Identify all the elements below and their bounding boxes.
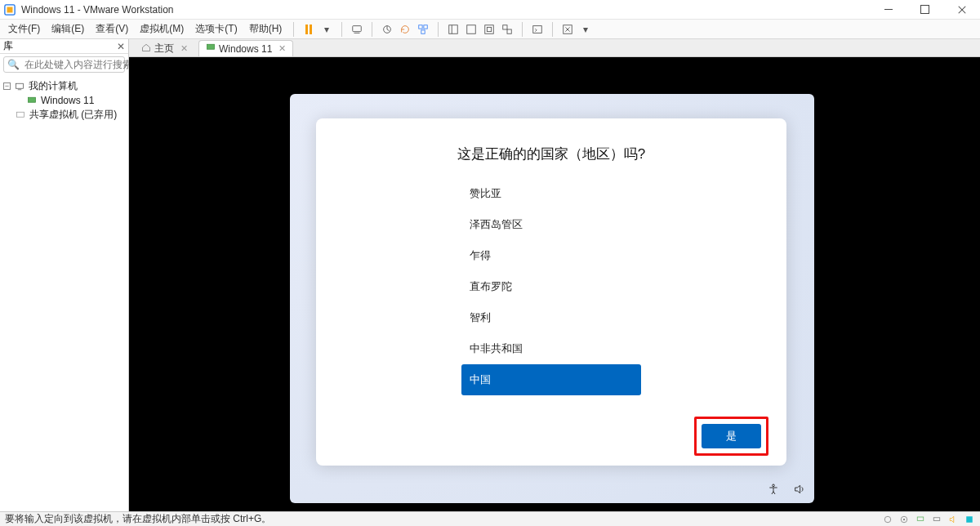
svg-rect-26 (966, 516, 973, 523)
tree-shared-label: 共享虚拟机 (已弃用) (29, 108, 117, 122)
library-sidebar: 库 ✕ 🔍 ▾ − 我的计算机 Windows 11 共享虚拟机 (已弃用) (0, 39, 129, 511)
svg-rect-14 (533, 25, 542, 33)
tree-root[interactable]: − 我的计算机 (3, 78, 125, 94)
tab-home[interactable]: 主页 ✕ (134, 40, 195, 56)
home-icon (141, 42, 151, 55)
snapshot-manager-icon[interactable] (415, 21, 431, 38)
menu-view[interactable]: 查看(V) (91, 20, 133, 38)
tab-vm-windows11[interactable]: Windows 11 ✕ (198, 40, 293, 56)
vm-console[interactable]: 这是正确的的国家（地区）吗? 赞比亚 泽西岛管区 乍得 直布罗陀 智利 中非共和… (129, 57, 980, 511)
menu-file[interactable]: 文件(F) (3, 20, 45, 38)
svg-rect-19 (207, 44, 215, 49)
tab-vm-close-icon[interactable]: ✕ (278, 43, 286, 54)
oobe-background: 这是正确的的国家（地区）吗? 赞比亚 泽西岛管区 乍得 直布罗陀 智利 中非共和… (290, 94, 814, 503)
app-icon (0, 4, 20, 16)
volume-icon[interactable] (793, 483, 806, 498)
library-close-icon[interactable]: ✕ (117, 41, 125, 52)
console-icon[interactable] (529, 21, 546, 38)
toolbar-separator (341, 22, 342, 37)
search-icon: 🔍 (7, 59, 20, 70)
svg-rect-12 (503, 25, 507, 29)
svg-rect-2 (353, 25, 362, 31)
tabs-bar: 主页 ✕ Windows 11 ✕ (129, 39, 980, 57)
oobe-country-item[interactable]: 泽西岛管区 (461, 209, 641, 240)
pause-vm-icon[interactable] (301, 21, 317, 38)
svg-rect-1 (7, 7, 13, 12)
status-disk-icon[interactable] (882, 514, 893, 525)
window-title: Windows 11 - VMware Workstation (20, 4, 870, 16)
oobe-confirm-button[interactable]: 是 (702, 424, 761, 448)
svg-rect-24 (917, 517, 924, 521)
svg-rect-7 (449, 25, 458, 33)
status-printer-icon[interactable] (964, 514, 975, 525)
oobe-country-item[interactable]: 中非共和国 (461, 333, 641, 364)
send-ctrl-alt-del-icon[interactable] (349, 21, 365, 38)
menu-vm[interactable]: 虚拟机(M) (135, 20, 189, 38)
svg-point-21 (884, 516, 891, 523)
status-bar: 要将输入定向到该虚拟机，请在虚拟机内部单击或按 Ctrl+G。 (0, 511, 980, 526)
menu-toolbar: 文件(F) 编辑(E) 查看(V) 虚拟机(M) 选项卡(T) 帮助(H) ▾ … (0, 20, 980, 39)
svg-rect-18 (17, 112, 24, 117)
oobe-country-item[interactable]: 乍得 (461, 240, 641, 271)
oobe-country-item[interactable]: 赞比亚 (461, 178, 641, 209)
status-tray (882, 514, 975, 525)
tab-home-label: 主页 (154, 42, 174, 56)
toolbar-separator (438, 22, 439, 37)
oobe-title: 这是正确的的国家（地区）吗? (316, 145, 786, 163)
toolbar-separator (552, 22, 553, 37)
library-title: 库 (3, 39, 13, 53)
tree-shared-vms[interactable]: 共享虚拟机 (已弃用) (3, 107, 125, 123)
oobe-confirm-highlight: 是 (694, 417, 768, 456)
svg-rect-25 (933, 517, 940, 520)
status-sound-icon[interactable] (947, 514, 959, 525)
oobe-country-list: 赞比亚 泽西岛管区 乍得 直布罗陀 智利 中非共和国 中国 (316, 170, 786, 412)
shared-vm-icon (15, 110, 26, 120)
library-search[interactable]: 🔍 ▾ (3, 56, 125, 73)
svg-rect-13 (507, 29, 511, 33)
computer-icon (14, 82, 25, 91)
toolbar-separator (293, 22, 294, 37)
svg-rect-4 (419, 25, 422, 28)
status-text: 要将输入定向到该虚拟机，请在虚拟机内部单击或按 Ctrl+G。 (5, 512, 271, 526)
oobe-country-item[interactable]: 直布罗陀 (461, 271, 641, 302)
window-close-button[interactable] (943, 0, 980, 20)
menu-edit[interactable]: 编辑(E) (47, 20, 89, 38)
svg-rect-17 (29, 97, 36, 102)
library-header: 库 ✕ (0, 39, 128, 54)
accessibility-icon[interactable] (767, 483, 780, 498)
tree-vm-label: Windows 11 (41, 95, 94, 106)
pause-dropdown-icon[interactable]: ▾ (318, 21, 335, 38)
oobe-tray (767, 483, 806, 498)
tree-collapse-icon[interactable]: − (3, 82, 11, 90)
toolbar-separator (372, 22, 372, 37)
svg-rect-11 (488, 27, 492, 31)
tab-vm-label: Windows 11 (219, 43, 272, 55)
tree-vm-windows11[interactable]: Windows 11 (3, 94, 125, 107)
tab-home-close-icon[interactable]: ✕ (180, 43, 188, 54)
vm-tab-icon (206, 42, 216, 55)
stretch-dropdown-icon[interactable]: ▾ (577, 21, 594, 38)
menu-help[interactable]: 帮助(H) (244, 20, 287, 38)
revert-snapshot-icon[interactable] (397, 21, 413, 38)
status-network-icon[interactable] (915, 514, 926, 525)
status-cd-icon[interactable] (898, 514, 910, 525)
toolbar-separator (522, 22, 523, 37)
tree-root-label: 我的计算机 (29, 79, 78, 93)
svg-rect-5 (424, 25, 427, 28)
window-maximize-button[interactable] (906, 0, 943, 20)
menu-tabs[interactable]: 选项卡(T) (190, 20, 242, 38)
layout-sidebar-icon[interactable] (445, 21, 461, 38)
svg-point-23 (903, 518, 905, 519)
layout-fullscreen-icon[interactable] (481, 21, 497, 38)
layout-unity-icon[interactable] (499, 21, 515, 38)
layout-single-icon[interactable] (463, 21, 479, 38)
status-usb-icon[interactable] (931, 514, 942, 525)
vm-icon (26, 96, 38, 105)
svg-rect-6 (421, 29, 425, 33)
stretch-icon[interactable] (559, 21, 576, 38)
window-minimize-button[interactable] (870, 0, 906, 20)
snapshot-icon[interactable] (379, 21, 395, 38)
oobe-country-item-selected[interactable]: 中国 (461, 364, 641, 395)
window-title-bar: Windows 11 - VMware Workstation (0, 0, 980, 20)
oobe-country-item[interactable]: 智利 (461, 302, 641, 333)
